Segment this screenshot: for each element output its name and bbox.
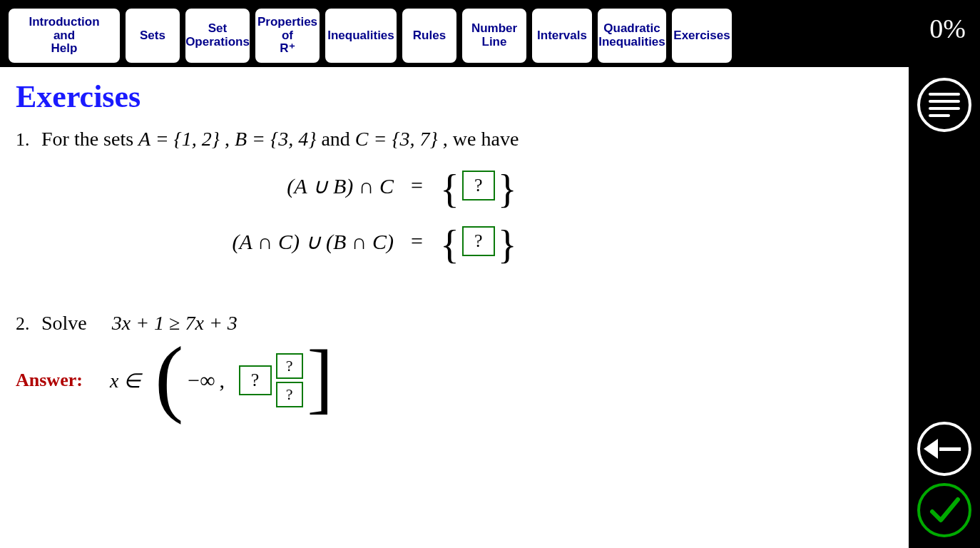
back-button[interactable] [914,418,975,480]
back-arrow-icon [917,422,971,476]
check-answers-button[interactable] [914,480,975,541]
answer-label: Answer: [16,370,83,391]
tabs-container: Introduction and Help Sets Set Operation… [7,7,733,64]
neg-infinity: −∞ [188,368,215,392]
q1-number: 1. [16,129,31,151]
q1-eq2-lhs: (A ∩ C) ∪ (B ∩ C) [173,229,394,254]
tab-exercises[interactable]: Exercises [670,7,733,64]
q2-text: Solve 3x + 1 ≥ 7x + 3 [41,312,238,335]
q2-numerator-input[interactable]: ? [276,353,303,379]
tab-rules[interactable]: Rules [401,7,458,64]
brace-close: } [498,178,517,202]
q1-eq2: (A ∩ C) ∪ (B ∩ C) = { ? } [16,226,893,256]
q2-solve-label: Solve [41,312,87,334]
brace-close: } [498,233,517,258]
equals-sign: = [411,229,423,253]
q1-text: For the sets A = {1, 2} , B = {3, 4} and… [41,128,519,151]
right-sidebar [909,67,980,548]
equals-sign: = [411,173,423,198]
q1-eq1-lhs: (A ∪ B) ∩ C [173,173,394,198]
q1-eq2-rhs: { ? } [440,226,517,256]
q2-whole-input[interactable]: ? [239,365,272,395]
comma: , [220,368,225,392]
q1-set-c: C = {3, 7} [355,128,438,150]
brace-open: { [440,178,459,202]
top-nav-bar: Introduction and Help Sets Set Operation… [0,0,980,67]
tab-sets[interactable]: Sets [124,7,181,64]
tab-set-operations[interactable]: Set Operations [184,7,251,64]
open-paren: ( [155,347,183,407]
q2-fraction-inputs: ? ? [276,353,303,407]
question-2: 2. Solve 3x + 1 ≥ 7x + 3 [16,312,893,335]
q1-eq1-input[interactable]: ? [462,171,495,201]
q1-equations: (A ∪ B) ∩ C = { ? } (A ∩ C) ∪ (B ∩ C) = … [16,171,893,256]
tab-quadratic-inequalities[interactable]: Quadratic Inequalities [596,7,668,64]
q1-set-a: A = {1, 2} [138,128,220,150]
menu-icon [917,78,971,132]
q1-eq1: (A ∪ B) ∩ C = { ? } [16,171,893,201]
menu-button[interactable] [914,74,975,136]
x-in: x ∈ [110,369,141,392]
q1-sep1: , [225,128,235,150]
tab-intervals[interactable]: Intervals [531,7,593,64]
q1-eq1-rhs: { ? } [440,171,517,201]
q2-answer-row: Answer: x ∈ ( −∞ , ? ? ? ] [16,350,893,410]
q1-prefix: For the sets [41,128,138,150]
interval-expression: ( −∞ , ? ? ? ] [155,350,333,410]
q1-suffix: , we have [443,128,519,150]
tab-properties-rplus[interactable]: Properties of R⁺ [254,7,321,64]
page-title: Exercises [16,78,893,115]
brace-open: { [440,233,459,258]
content-area: Exercises 1. For the sets A = {1, 2} , B… [0,67,909,548]
q2-denominator-input[interactable]: ? [276,382,303,407]
close-bracket: ] [307,350,334,405]
question-1: 1. For the sets A = {1, 2} , B = {3, 4} … [16,128,893,151]
q2-number: 2. [16,313,31,335]
tab-number-line[interactable]: Number Line [461,7,528,64]
q1-set-b: B = {3, 4} [235,128,316,150]
checkmark-icon [917,483,971,537]
tab-introduction-help[interactable]: Introduction and Help [7,7,121,64]
q1-eq2-input[interactable]: ? [462,226,495,256]
progress-percent: 0% [929,13,966,44]
tab-inequalities[interactable]: Inequalities [324,7,398,64]
q1-and: and [321,128,354,150]
